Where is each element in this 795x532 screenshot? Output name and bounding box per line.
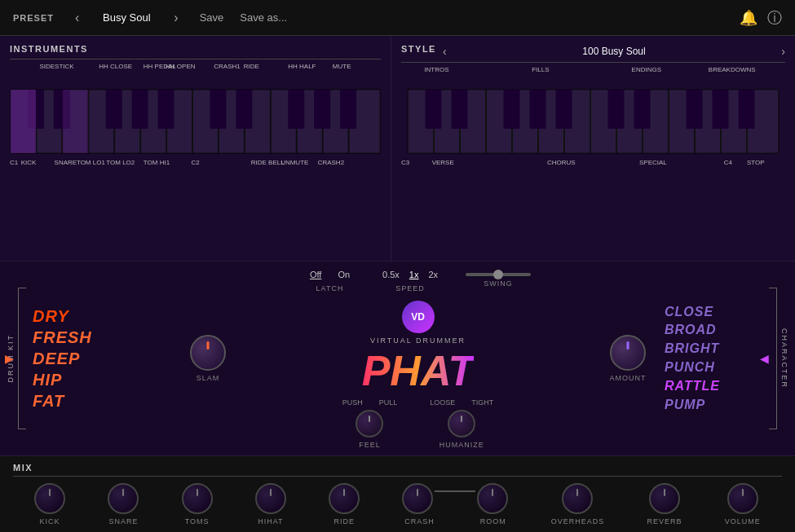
vd-logo-text: VD (411, 311, 425, 323)
style-next-button[interactable]: › (781, 45, 785, 58)
label-hh-open: HH OPEN (166, 63, 195, 70)
svg-rect-26 (63, 90, 88, 153)
speed-05x-option[interactable]: 0.5x (379, 268, 403, 281)
style-keyboard[interactable] (401, 89, 785, 154)
instruments-panel: INSTRUMENTS SIDESTICK HH CLOSE HH PEDAL … (0, 36, 391, 261)
drum-kit-bracket (18, 288, 26, 429)
instruments-bottom-labels: C1 KICK SNARE TOM LO1 TOM LO2 TOM HI1 C2… (10, 159, 381, 185)
toms-label: TOMS (185, 517, 210, 525)
svg-rect-17 (106, 90, 122, 129)
character-item-close[interactable]: CLOSE (665, 304, 762, 321)
speed-control: 0.5x 1x 2x SPEED (379, 268, 441, 292)
humanize-knob[interactable] (448, 410, 475, 437)
drum-kit-item-deep[interactable]: DEEP (33, 349, 92, 368)
slam-knob[interactable] (190, 335, 226, 371)
svg-rect-47 (608, 90, 625, 129)
overheads-knob[interactable] (562, 483, 593, 514)
feel-labels: PUSH PULL (342, 398, 398, 407)
label-tom-lo2: TOM LO2 (106, 159, 135, 166)
label-c3: C3 (401, 159, 409, 166)
swing-control: SWING (466, 273, 531, 288)
svg-rect-42 (426, 90, 442, 129)
room-knob[interactable] (477, 483, 508, 514)
mix-knob-snare: SNARE (108, 483, 139, 525)
top-section: INSTRUMENTS SIDESTICK HH CLOSE HH PEDAL … (0, 36, 795, 262)
info-button[interactable]: ⓘ (767, 8, 782, 28)
save-button[interactable]: Save (200, 11, 224, 24)
svg-rect-51 (739, 90, 755, 129)
character-item-rattle[interactable]: RATTLE (665, 378, 762, 395)
style-title: STYLE (401, 44, 436, 54)
notification-button[interactable]: 🔔 (740, 9, 757, 27)
label-hh-close: HH CLOSE (99, 63, 132, 70)
amount-knob-wrap: AMOUNT (610, 335, 647, 382)
speed-2x-option[interactable]: 2x (425, 268, 441, 281)
character-list: CLOSE BROAD BRIGHT PUNCH RATTLE PUMP (665, 304, 762, 414)
hihat-label: HIHAT (258, 517, 283, 525)
instruments-keyboard[interactable] (10, 89, 381, 154)
svg-rect-49 (687, 90, 703, 129)
toms-knob[interactable] (182, 483, 213, 514)
humanize-control: LOOSE TIGHT HUMANIZE (430, 398, 493, 449)
style-top-labels: INTROS FILLS ENDINGS BREAKDOWNS (401, 66, 785, 89)
kick-knob[interactable] (34, 483, 65, 514)
save-as-button[interactable]: Save as... (240, 11, 287, 24)
ride-knob[interactable] (329, 483, 360, 514)
overheads-label: OVERHEADS (551, 517, 605, 525)
character-item-pump[interactable]: PUMP (665, 397, 762, 414)
character-item-broad[interactable]: BROAD (665, 322, 762, 339)
pull-label: PULL (379, 398, 398, 407)
svg-rect-21 (236, 90, 252, 129)
crash-knob[interactable] (402, 483, 433, 514)
style-panel: STYLE ‹ 100 Busy Soul › INTROS FILLS END… (391, 36, 795, 261)
feel-knob[interactable] (356, 410, 383, 437)
label-tom-hi1: TOM HI1 (144, 159, 170, 166)
ride-label: RIDE (333, 517, 355, 525)
mix-divider (13, 476, 782, 477)
drum-kit-item-fresh[interactable]: FRESH (33, 328, 92, 347)
character-item-bright[interactable]: BRIGHT (665, 341, 762, 358)
svg-rect-20 (210, 90, 226, 129)
swing-handle[interactable] (493, 270, 503, 279)
style-prev-button[interactable]: ‹ (443, 45, 447, 58)
feel-humanize-row: PUSH PULL FEEL LOOSE TIGHT HUMANIZE (342, 398, 494, 449)
mix-knob-kick: KICK (34, 483, 65, 525)
snare-knob[interactable] (108, 483, 139, 514)
speed-1x-option[interactable]: 1x (406, 268, 422, 281)
slam-knob-wrap: SLAM (190, 335, 226, 382)
main-area: INSTRUMENTS SIDESTICK HH CLOSE HH PEDAL … (0, 36, 795, 532)
label-crash2: CRASH2 (318, 159, 344, 166)
character-item-punch[interactable]: PUNCH (665, 359, 762, 376)
drum-kit-item-hip[interactable]: HIP (33, 370, 92, 389)
speed-options: 0.5x 1x 2x (379, 268, 441, 281)
reverb-knob[interactable] (649, 483, 680, 514)
volume-knob[interactable] (727, 483, 758, 514)
label-fills: FILLS (532, 66, 549, 73)
hihat-knob[interactable] (255, 483, 286, 514)
slam-area: SLAM (171, 262, 245, 455)
drum-kit-item-dry[interactable]: DRY (33, 306, 92, 326)
style-name: 100 Busy Soul (453, 46, 775, 57)
feel-control: PUSH PULL FEEL (342, 398, 398, 449)
drum-kit-item-fat[interactable]: FAT (33, 391, 92, 411)
label-mute: MUTE (333, 63, 351, 70)
preset-next-button[interactable]: › (169, 9, 183, 27)
latch-off-option[interactable]: Off (305, 268, 326, 281)
latch-on-option[interactable]: On (333, 268, 355, 281)
mix-knobs: KICK SNARE TOMS HIHAT RIDE (13, 483, 782, 525)
preset-prev-button[interactable]: ‹ (70, 9, 84, 27)
label-ride-bell: RIDE BELL (251, 159, 285, 166)
play-button[interactable]: ▶ (5, 352, 14, 365)
label-c4: C4 (724, 159, 732, 166)
mix-knob-reverb: REVERB (647, 483, 682, 525)
push-label: PUSH (342, 398, 363, 407)
label-stop: STOP (747, 159, 765, 166)
amount-label: AMOUNT (610, 374, 647, 382)
label-intros: INTROS (424, 66, 448, 73)
label-kick: KICK (21, 159, 37, 166)
svg-rect-45 (530, 90, 546, 129)
vd-sub-label: VIRTUAL DRUMMER (370, 336, 466, 345)
swing-slider[interactable] (466, 273, 531, 276)
amount-knob[interactable] (610, 335, 646, 371)
instruments-divider (10, 59, 381, 59)
